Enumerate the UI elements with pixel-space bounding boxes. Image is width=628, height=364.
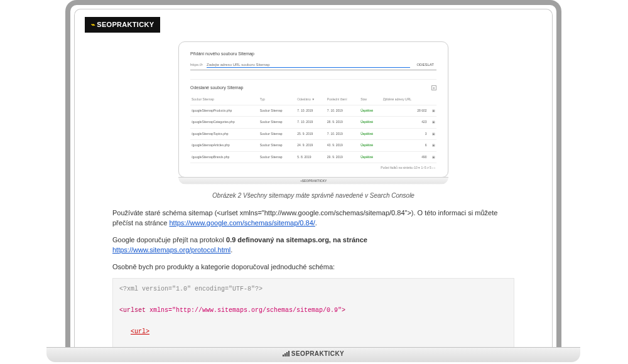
p2-text-a: Google doporučuje přejít na protokol xyxy=(112,236,226,244)
gsc-panel: Přidání nového souboru Sitemap https://r… xyxy=(178,41,448,178)
col-read[interactable]: Poslední čtení xyxy=(326,95,359,105)
trash-icon[interactable]: ▣ xyxy=(428,128,436,140)
col-status[interactable]: Stav xyxy=(359,95,382,105)
col-type[interactable]: Typ xyxy=(259,95,296,105)
gsc-url-prefix: https://r xyxy=(190,62,203,68)
gsc-add-title: Přidání nového souboru Sitemap xyxy=(190,51,436,58)
laptop-base: SEOPRAKTICKY xyxy=(46,347,580,362)
trash-icon[interactable]: ▣ xyxy=(428,140,436,152)
document-view: ⌁SEOPRAKTICKY Přidání nového souboru Sit… xyxy=(74,9,553,348)
gsc-sitemap-input[interactable] xyxy=(207,62,410,68)
laptop-frame: ⌁SEOPRAKTICKY Přidání nového souboru Sit… xyxy=(65,0,561,351)
p2-bold: 0.9 definovaný na sitemaps.org, na strán… xyxy=(226,236,367,244)
logo-text: SEOPRAKTICKY xyxy=(97,21,154,28)
table-row[interactable]: /googleSitemapBrands.phpSoubor Sitemap5.… xyxy=(190,151,436,163)
link-sitemaps-protocol[interactable]: https://www.sitemaps.org/protocol.html xyxy=(112,246,230,254)
base-logo-icon xyxy=(283,348,290,361)
trash-icon[interactable]: ▣ xyxy=(428,117,436,129)
col-sitemap[interactable]: Soubor Sitemap xyxy=(190,95,259,105)
paragraph-simple-schema: Osobně bych pro produkty a kategorie dop… xyxy=(112,262,514,272)
seoprakticky-logo: ⌁SEOPRAKTICKY xyxy=(85,17,160,33)
figure-caption: Obrázek 2 Všechny sitemapy máte správně … xyxy=(112,191,514,200)
table-row[interactable]: /googleSitemapArticles.phpSoubor Sitemap… xyxy=(190,140,436,152)
gsc-inner-base: ⌁SEOPRAKTICKY xyxy=(178,177,448,185)
base-logo-text: SEOPRAKTICKY xyxy=(291,350,344,357)
trash-icon[interactable]: ▣ xyxy=(428,151,436,163)
gsc-pager[interactable]: Počet řádků na stránku 10 ▾ 1–5 z 5 ‹ › xyxy=(190,163,436,171)
table-row[interactable]: /googleSitemapTopics.phpSoubor Sitemap25… xyxy=(190,128,436,140)
trash-icon[interactable]: ▣ xyxy=(428,105,436,117)
link-google-schema[interactable]: https://www.google.com/schemas/sitemap/0… xyxy=(170,219,315,227)
table-row[interactable]: /googleSitemapProducts.phpSoubor Sitemap… xyxy=(190,105,436,117)
gsc-send-button[interactable]: ODESLAT xyxy=(414,62,436,68)
table-row[interactable]: /googleSitemapCategories.phpSoubor Sitem… xyxy=(190,117,436,129)
gsc-filter-icon[interactable]: ≡ xyxy=(431,85,436,90)
col-sent[interactable]: Odesláno ▼ xyxy=(296,95,326,105)
paragraph-old-schema: Používáte staré schéma sitemap (<urlset … xyxy=(112,208,514,228)
paragraph-recommend: Google doporučuje přejít na protokol 0.9… xyxy=(112,235,514,255)
col-urls[interactable]: Zjištěné adresy URL xyxy=(382,95,428,105)
gsc-sent-title: Odeslané soubory Sitemap xyxy=(190,85,243,92)
code-block-sitemap: <?xml version="1.0" encoding="UTF-8"?> <… xyxy=(112,278,514,348)
logo-icon: ⌁ xyxy=(91,21,95,28)
gsc-table: Soubor Sitemap Typ Odesláno ▼ Poslední č… xyxy=(190,95,436,163)
